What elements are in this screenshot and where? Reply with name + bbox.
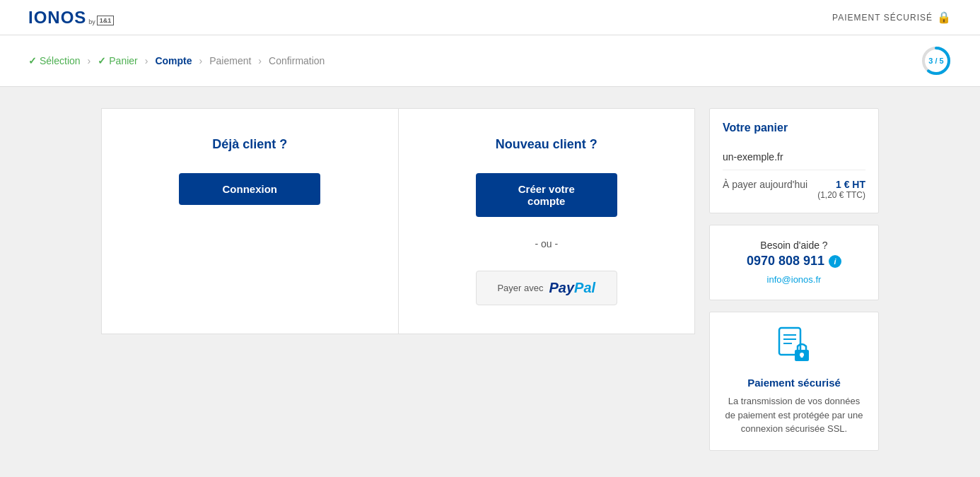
help-label: Besoin d'aide ? — [723, 240, 865, 251]
cart-amount-ttc: (1,20 € TTC) — [817, 190, 865, 200]
checkmark-icon: ✓ — [28, 55, 37, 66]
logo: IONOS by 1&1 — [28, 8, 114, 28]
secure-box: Paiement sécurisé La transmission de vos… — [709, 312, 879, 451]
breadcrumb-item-confirmation: Confirmation — [269, 55, 325, 66]
header: IONOS by 1&1 PAIEMENT SÉCURISÉ 🔒 — [0, 0, 980, 35]
step-paiement-label: Paiement — [209, 55, 251, 66]
existing-client-panel: Déjà client ? Connexion — [101, 108, 399, 334]
cart-title: Votre panier — [723, 122, 865, 134]
new-client-title: Nouveau client ? — [496, 137, 597, 152]
progress-label: 3 / 5 — [928, 57, 943, 65]
cart-totals: À payer aujourd'hui 1 € HT (1,20 € TTC) — [723, 179, 865, 200]
paypal-button[interactable]: Payer avec PayPal — [476, 271, 617, 305]
cart-item: un-exemple.fr — [723, 144, 865, 170]
info-icon[interactable]: i — [829, 255, 841, 268]
help-phone: 0970 808 911 i — [723, 254, 865, 269]
secure-payment-text: PAIEMENT SÉCURISÉ — [832, 13, 933, 23]
breadcrumb-item-compte: Compte — [155, 55, 192, 66]
cart-amount-ht: 1 € HT — [817, 179, 865, 190]
breadcrumb-item-selection: ✓ Sélection — [28, 55, 81, 66]
email-link[interactable]: info@ionos.fr — [767, 274, 822, 285]
logo-brand: 1&1 — [97, 16, 115, 25]
chevron-icon-3: › — [199, 55, 203, 66]
chevron-icon-4: › — [258, 55, 262, 66]
logo-by: by — [88, 19, 95, 25]
step-panier-label: Panier — [109, 55, 137, 66]
breadcrumb-item-paiement: Paiement — [209, 55, 251, 66]
secure-description: La transmission de vos données de paieme… — [723, 394, 865, 436]
paypal-prefix: Payer avec — [497, 283, 543, 293]
help-email[interactable]: info@ionos.fr — [723, 273, 865, 285]
paypal-logo: PayPal — [549, 280, 595, 296]
progress-indicator: 3 / 5 — [921, 45, 952, 76]
sidebar: Votre panier un-exemple.fr À payer aujou… — [709, 108, 879, 451]
chevron-icon-2: › — [145, 55, 148, 66]
cart-box: Votre panier un-exemple.fr À payer aujou… — [709, 108, 879, 213]
breadcrumb-bar: ✓ Sélection › ✓ Panier › Compte › Paieme… — [0, 35, 980, 87]
breadcrumb: ✓ Sélection › ✓ Panier › Compte › Paieme… — [28, 55, 325, 66]
secure-payment-label: PAIEMENT SÉCURISÉ 🔒 — [832, 11, 952, 24]
logo-text: IONOS — [28, 8, 86, 28]
chevron-icon-1: › — [88, 55, 91, 66]
cart-pay-label: À payer aujourd'hui — [723, 179, 807, 200]
step-selection-label: Sélection — [40, 55, 81, 66]
lock-icon: 🔒 — [937, 11, 952, 24]
existing-client-title: Déjà client ? — [212, 137, 287, 152]
secure-title: Paiement sécurisé — [723, 377, 865, 389]
breadcrumb-item-panier: ✓ Panier — [98, 55, 137, 66]
login-button[interactable]: Connexion — [179, 173, 320, 205]
or-divider: - ou - — [535, 238, 558, 249]
svg-rect-8 — [801, 355, 803, 358]
new-client-panel: Nouveau client ? Créer votre compte - ou… — [399, 108, 696, 334]
create-account-button[interactable]: Créer votre compte — [476, 173, 617, 217]
phone-number: 0970 808 911 — [747, 254, 824, 269]
login-panels: Déjà client ? Connexion Nouveau client ?… — [101, 108, 695, 334]
checkmark-icon-2: ✓ — [98, 55, 106, 66]
help-box: Besoin d'aide ? 0970 808 911 i info@iono… — [709, 225, 879, 300]
step-confirmation-label: Confirmation — [269, 55, 325, 66]
main-content: Déjà client ? Connexion Nouveau client ?… — [87, 108, 893, 451]
step-compte-label: Compte — [155, 55, 192, 66]
secure-icon — [723, 326, 865, 368]
